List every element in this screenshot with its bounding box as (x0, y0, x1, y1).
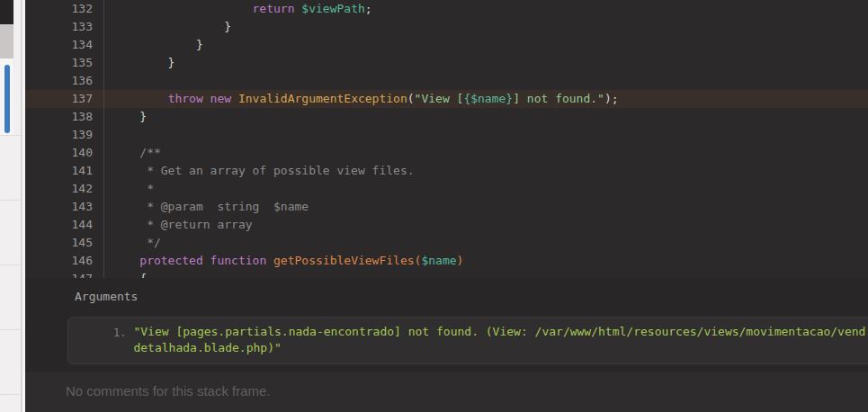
code-line: 133 } (25, 18, 868, 36)
code-line-highlighted: 137 throw new InvalidArgumentException("… (25, 90, 868, 108)
argument-item: 1."View [pages.partials.nada-encontrado]… (68, 324, 868, 356)
line-number: 134 (25, 36, 104, 54)
code-text: protected function getPossibleViewFiles(… (104, 252, 463, 270)
no-comments-text: No comments for this stack frame. (66, 383, 271, 399)
arguments-title: Arguments (75, 290, 868, 303)
code-line: 145 */ (25, 234, 868, 252)
code-text (104, 126, 112, 144)
code-line: 140 /** (25, 144, 868, 162)
line-number: 144 (25, 216, 104, 234)
code-line: 144 * @return array (25, 216, 868, 234)
code-line: 132 return $viewPath; (25, 0, 868, 18)
frame-divider (0, 264, 22, 265)
code-text: { (104, 270, 147, 278)
code-line: 134 } (25, 36, 868, 54)
line-number: 142 (25, 180, 104, 198)
frame-comments-section: No comments for this stack frame. (25, 372, 868, 412)
frame-divider (0, 135, 22, 136)
code-text: * @return array (104, 216, 253, 234)
code-line: 143 * @param string $name (25, 198, 868, 216)
code-line: 142 * (25, 180, 868, 198)
code-line: 136 (25, 72, 868, 90)
line-number: 135 (25, 54, 104, 72)
line-number: 147 (25, 270, 104, 278)
code-viewer: 132 return $viewPath;133 }134 }135 }1361… (25, 0, 868, 278)
line-number: 140 (25, 144, 104, 162)
frame-code-panel: 132 return $viewPath;133 }134 }135 }1361… (25, 0, 868, 412)
code-line: 135 } (25, 54, 868, 72)
code-text: * @param string $name (104, 198, 309, 216)
code-text: } (104, 36, 203, 54)
code-text: * (104, 180, 154, 198)
line-number: 143 (25, 198, 104, 216)
line-number: 145 (25, 234, 104, 252)
code-text (104, 72, 112, 90)
line-number: 138 (25, 108, 104, 126)
code-text: return $viewPath; (104, 0, 372, 18)
code-line: 139 (25, 126, 868, 144)
line-number: 132 (25, 0, 104, 18)
code-text: * Get an array of possible view files. (104, 162, 415, 180)
frame-divider (0, 329, 22, 330)
frame-divider (0, 200, 22, 201)
line-number: 133 (25, 18, 104, 36)
frame-item-edge[interactable] (0, 24, 13, 58)
frame-divider (0, 394, 22, 395)
line-number: 141 (25, 162, 104, 180)
frame-details-section: Arguments 1."View [pages.partials.nada-e… (25, 278, 868, 372)
code-text: } (104, 18, 231, 36)
line-number: 137 (25, 90, 104, 108)
line-number: 146 (25, 252, 104, 270)
code-text: */ (104, 234, 161, 252)
code-line: 138 } (25, 108, 868, 126)
code-text: /** (104, 144, 161, 162)
code-line: 141 * Get an array of possible view file… (25, 162, 868, 180)
arguments-box: 1."View [pages.partials.nada-encontrado]… (67, 317, 868, 364)
frames-sidebar-edge[interactable] (0, 0, 22, 412)
line-number: 136 (25, 72, 104, 90)
code-line: 147 { (25, 270, 868, 278)
code-text: } (104, 54, 174, 72)
argument-index: 1. (113, 324, 126, 356)
sidebar-header-edge (0, 0, 13, 24)
argument-value: "View [pages.partials.nada-encontrado] n… (133, 324, 865, 356)
code-text: } (104, 108, 147, 126)
sidebar-scrollbar-thumb[interactable] (4, 65, 10, 133)
code-line: 146 protected function getPossibleViewFi… (25, 252, 868, 270)
code-text: throw new InvalidArgumentException("View… (104, 90, 619, 108)
line-number: 139 (25, 126, 104, 144)
